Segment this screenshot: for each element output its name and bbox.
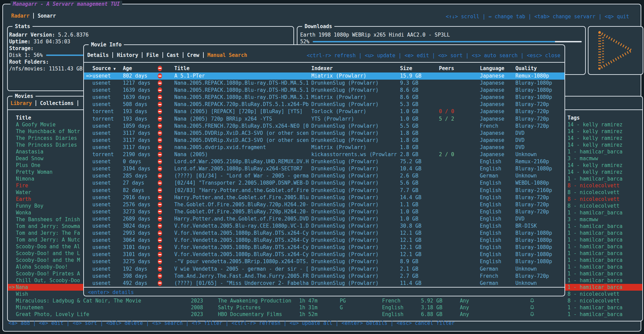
release-quality: Bluray-1080p [515,87,564,94]
movie-title: The Princess Diaries [16,135,77,142]
modal-tabs: DetailsHistoryFileCastCrewManual Search [87,51,247,60]
modal-footer-keybind: <enter> details [88,289,134,295]
release-indexer: DrunkenSlug (Prowlarr) [311,201,400,208]
release-indexer: YTS (Prowlarr) [311,116,400,123]
tab-library[interactable]: Library [10,100,32,106]
release-source: usenet [92,94,123,101]
release-quality: Bluray-1080p [515,237,564,244]
release-title: (????) [01/65] - "Miss Undercover 2- Fab… [174,280,311,287]
search-result-row[interactable]: usenet 3194 days Lord.of.War.2005.1080p.… [84,165,564,172]
search-result-row[interactable]: usenet 398 days Tom.And.Jerry.The.Fast.A… [84,273,564,280]
tab-details[interactable]: Details [87,52,109,58]
release-source: usenet [92,258,123,265]
movie-tag: 1 - hamilcar_barca [568,257,623,264]
release-source: usenet [92,215,123,223]
movie-title: Chill Out, Scooby-Doo [16,277,80,284]
release-source: usenet [92,123,123,130]
search-result-row[interactable]: usenet 492 days (????) [01/65] - "Miss U… [84,280,564,287]
column-header-age: Age [123,65,158,71]
search-result-row[interactable]: usenet 27 days [02/44] "Transporter 2.20… [84,180,564,187]
search-result-row[interactable]: usenet 3117 days Nana.2005.DVDRip.XviD.A… [84,130,564,137]
release-source: usenet [92,101,123,108]
search-result-row[interactable]: usenet 2689 days Harry.Potter.and.the.Go… [84,215,564,223]
release-language: English [480,180,515,187]
column-header-size: Size [400,65,439,71]
rejected-cell [158,87,174,94]
search-result-row[interactable]: => usenet 802 days A 5.1-PTer Miatrix (P… [84,72,564,80]
search-result-row[interactable]: usenet 3064 days V.for.Vendetta.2005.108… [84,237,564,244]
search-result-row[interactable]: torrent 193 days Nana (2005) 720p BRRip … [84,116,564,123]
tab-manual-search[interactable]: Manual Search [207,52,247,58]
tab-file[interactable]: File [146,52,158,58]
download-progress-gauge [313,41,582,42]
release-source: usenet [92,194,123,201]
search-result-row[interactable]: usenet 508 days Nana.2005.REPACK.720p.Bl… [84,101,564,108]
search-result-row[interactable]: usenet 0 days Lord.of.War.2005.2160p.Blu… [84,158,564,165]
tab-history[interactable]: History [117,52,138,58]
release-indexer: DrunkenSlug (Prowlarr) [311,244,400,251]
storage-label: Storage: [9,45,34,52]
search-result-row[interactable]: usenet 82 days [02/83] "Harry.Potter.and… [84,187,564,194]
release-size: 1.8 GB [400,137,439,144]
tab-collections[interactable]: Collections [40,100,73,106]
search-result-row[interactable]: usenet 3117 days Nana.2005.DVDRip.XviD.A… [84,137,564,144]
release-title: Nana.2005.REPACK.1080p.Blu-ray.DTS-HD.MA… [174,87,311,94]
search-result-row[interactable]: usenet 1217 days Nana.2005.REPACK.1080p.… [84,80,564,87]
column-header-source: Source▼ [92,65,123,71]
movie-title: Wish [16,291,28,297]
search-result-row[interactable]: usenet 3024 days V.for.Vendetta.2005.Blu… [84,223,564,230]
release-title: Nana.2005.DVDRip.XviD.AC3-SVO (or other … [174,130,311,137]
search-result-row[interactable]: usenet 3275 days -"V pour vendetta.2005.… [84,258,564,265]
release-indexer: DrunkenSlug (Prowlarr) [311,123,400,130]
release-source: usenet [92,158,123,165]
movie-title: Scooby-Doo! Pirates A [16,270,80,277]
release-source: usenet [92,237,123,244]
search-result-row[interactable]: usenet 285 days (????) [01/34] - "Lord o… [84,172,564,180]
release-size: 11.4 GB [400,280,439,287]
release-quality: DVD [515,144,564,151]
movie-title: Anastasia [16,148,43,155]
release-title: nana.2005.dvdrip.xvid.fragment [174,144,311,151]
release-language: French [480,123,515,130]
search-result-row[interactable]: usenet 2916 days Harry.Potter.and.the.Go… [84,194,564,201]
column-header-tags: Tags [568,114,580,121]
movie-list-row[interactable]: Great Photo, Lovely Life 2023 HBO Docume… [8,311,642,318]
tab-cast[interactable]: Cast [167,52,179,58]
release-size: 9.3 GB [400,80,439,87]
search-result-row[interactable]: torrent 193 days Nana (2005) [REPACK] [7… [84,108,564,115]
release-indexer: DrunkenSlug (Prowlarr) [311,187,400,194]
uptime: Uptime:31d 04:35:03 [9,38,290,45]
movie-tag: 14 - kelly ramirez [568,121,623,128]
release-quality: Bluray-1080p [515,165,564,172]
search-result-row[interactable]: usenet 192 days V wie Vendetta - 2005 - … [84,266,564,273]
release-indexer: Miatrix (Prowlarr) [311,144,400,151]
release-age: 3275 days [123,258,158,265]
search-result-row[interactable]: usenet 3117 days nana.2005.dvdrip.xvid.f… [84,144,564,151]
search-result-row[interactable]: usenet 3101 days V.for.Vendetta.2005.108… [84,244,564,251]
release-age: 193 days [123,116,158,123]
search-result-row[interactable]: torrent 2190 days Nana (2005) kickasstor… [84,151,564,158]
uptime-value: 31d 04:35:03 [34,38,70,45]
search-result-row[interactable]: usenet 1639 days Nana.2005.REPACK.1080p.… [84,94,564,101]
movie-list-row[interactable]: Minutemen 2008 Salty Pictures 1h 31m G E… [8,304,642,311]
tab-crew[interactable]: Crew [187,52,199,58]
tab-separator [203,52,204,58]
release-title: Nana (2005) 720p BRRip x264 -YTS [174,116,311,123]
release-age: 1217 days [123,80,158,87]
movies-panel-title: Movies [13,93,36,100]
tab-sonarr[interactable]: Sonarr [38,13,56,19]
search-result-row[interactable]: usenet 1639 days Nana.2005.REPACK.1080p.… [84,87,564,94]
release-age: 3273 days [123,208,158,215]
movie-list-row[interactable]: Miraculous: Ladybug & Cat Noir, The Movi… [8,297,642,304]
release-size: 2.7 GB [400,273,439,280]
rejected-cell [158,244,174,251]
search-result-row[interactable]: usenet 2576 days The.Goblet.Of.Fire.2005… [84,201,564,208]
search-result-row[interactable]: usenet 3273 days The.Goblet.Of.Fire.2005… [84,208,564,215]
tab-radarr[interactable]: Radarr [11,13,29,19]
release-title: Nana.2005.FRENCH.720p.BluRay.DTS.x264-NE… [174,123,311,130]
release-title: Lord.of.War.2005.2160p.BluRay.UHD.REMUX.… [174,158,311,165]
search-result-row[interactable]: usenet 1059 days Nana.2005.FRENCH.720p.B… [84,123,564,130]
search-result-row[interactable]: usenet 2993 days V.for.Vendetta.2005.108… [84,230,564,237]
search-result-row[interactable]: usenet 3101 days V.for.Vendetta.2005.108… [84,251,564,258]
movie-title: The Banshees of Inish [16,216,80,223]
